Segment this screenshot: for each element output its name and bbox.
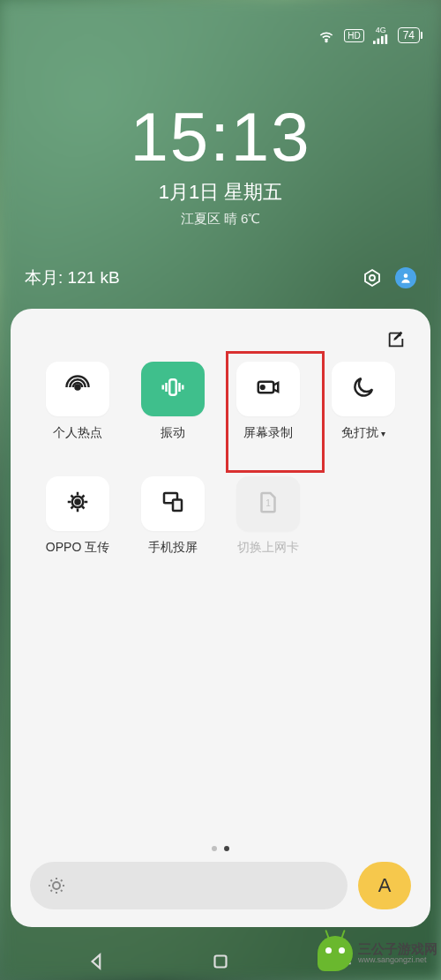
- screen-cast-icon: [160, 489, 186, 519]
- svg-marker-5: [365, 270, 379, 286]
- nav-back[interactable]: [86, 950, 108, 973]
- tile-label: 屏幕录制: [243, 425, 293, 441]
- wifi-icon: [318, 26, 335, 44]
- edit-tiles-icon[interactable]: [386, 330, 406, 349]
- auto-brightness-toggle[interactable]: A: [358, 862, 411, 909]
- date-label: 1月1日 星期五: [0, 179, 441, 206]
- tile-label: 个人热点: [53, 425, 102, 441]
- tile-vibrate[interactable]: 振动: [125, 362, 220, 441]
- clock-time: 15:13: [0, 97, 441, 177]
- data-usage[interactable]: 本月: 121 kB: [25, 266, 120, 289]
- tile-screen-record[interactable]: 屏幕录制: [220, 362, 316, 441]
- settings-hex-icon[interactable]: [362, 267, 383, 288]
- vibrate-icon: [160, 374, 186, 404]
- profile-avatar[interactable]: [395, 267, 416, 288]
- oppo-share-icon: [64, 489, 91, 519]
- svg-rect-9: [169, 379, 176, 395]
- svg-point-12: [76, 500, 80, 505]
- svg-rect-15: [173, 500, 182, 512]
- data-usage-bar: 本月: 121 kB: [0, 266, 441, 289]
- page-dot: [224, 846, 229, 851]
- tile-label: 振动: [161, 425, 185, 441]
- watermark: 三公子游戏网 www.sangongzi.net: [318, 936, 441, 971]
- tile-oppo-share[interactable]: OPPO 互传: [30, 476, 125, 556]
- hd-icon: HD: [344, 29, 363, 42]
- tiles-grid: 个人热点 振动 屏幕录制 免打扰 ▾: [19, 355, 422, 556]
- svg-rect-2: [377, 39, 379, 44]
- battery-indicator: 74: [398, 27, 420, 43]
- svg-point-8: [76, 385, 80, 390]
- svg-point-7: [404, 273, 408, 278]
- lock-screen-info: 15:13 1月1日 星期五 江夏区 晴 6℃: [0, 97, 441, 228]
- tile-screen-cast[interactable]: 手机投屏: [125, 476, 220, 556]
- svg-rect-18: [215, 956, 227, 968]
- sun-icon: [46, 875, 67, 896]
- tile-label: 手机投屏: [148, 540, 198, 556]
- svg-point-6: [370, 275, 375, 281]
- tile-hotspot[interactable]: 个人热点: [30, 362, 125, 441]
- tile-label: OPPO 互传: [46, 540, 109, 556]
- svg-text:1: 1: [265, 498, 271, 508]
- svg-rect-1: [373, 41, 376, 44]
- screen-record-icon: [255, 374, 281, 404]
- quick-settings-panel: 个人热点 振动 屏幕录制 免打扰 ▾: [11, 309, 430, 927]
- brightness-slider[interactable]: [30, 862, 348, 909]
- watermark-title: 三公子游戏网: [358, 942, 437, 957]
- svg-rect-4: [385, 34, 387, 44]
- svg-point-0: [325, 41, 327, 42]
- tile-sim-switch[interactable]: 1 切换上网卡: [220, 476, 316, 556]
- page-indicator[interactable]: [19, 846, 422, 851]
- nav-home[interactable]: [209, 950, 232, 973]
- page-dot: [212, 846, 217, 851]
- brightness-row: A: [19, 862, 422, 915]
- android-logo-icon: [318, 936, 353, 971]
- svg-point-11: [261, 385, 265, 389]
- signal-icon: 4G: [373, 26, 389, 44]
- svg-point-17: [53, 882, 60, 889]
- tile-label: 免打扰 ▾: [341, 425, 385, 441]
- weather-label: 江夏区 晴 6℃: [0, 211, 441, 228]
- status-bar: HD 4G 74: [0, 0, 441, 71]
- svg-rect-3: [381, 36, 384, 44]
- tile-dnd[interactable]: 免打扰 ▾: [316, 362, 411, 441]
- watermark-url: www.sangongzi.net: [358, 956, 437, 965]
- moon-icon: [350, 374, 377, 404]
- hotspot-icon: [64, 374, 91, 404]
- tile-label: 切换上网卡: [237, 540, 299, 556]
- sim-icon: 1: [255, 489, 281, 519]
